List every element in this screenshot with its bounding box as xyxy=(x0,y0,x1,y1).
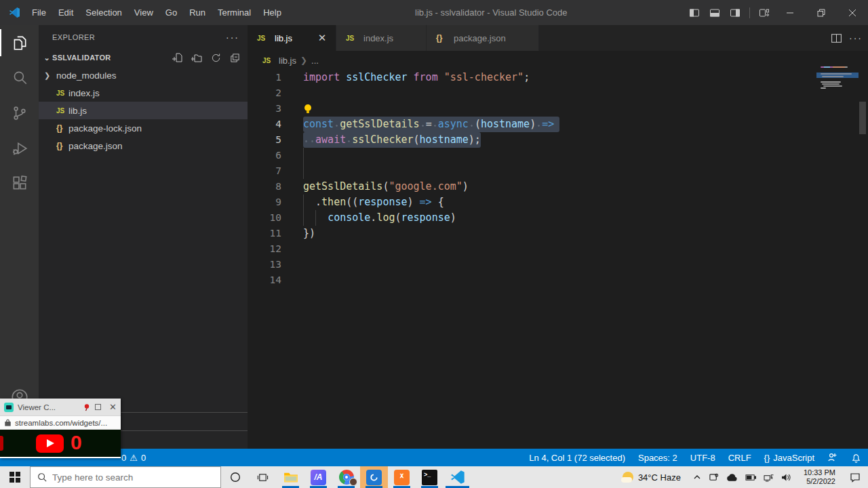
menu-terminal[interactable]: Terminal xyxy=(212,0,257,25)
code-line[interactable]: 8getSslDetails("google.com") xyxy=(248,179,821,195)
close-window-button[interactable] xyxy=(837,0,868,25)
chrome-button[interactable] xyxy=(332,466,360,488)
split-editor-icon[interactable] xyxy=(831,33,842,44)
cortana-button[interactable] xyxy=(221,466,249,488)
explorer-more-actions-icon[interactable]: ··· xyxy=(226,32,239,43)
task-view-button[interactable] xyxy=(249,466,277,488)
tab-index-js[interactable]: JS index.js xyxy=(336,25,427,51)
search-input[interactable] xyxy=(52,472,201,483)
taskbar-search[interactable] xyxy=(30,466,221,488)
project-section-header[interactable]: ⌄ SSLVALIDATOR xyxy=(39,49,248,66)
xampp-button[interactable]: ᕁ xyxy=(388,466,416,488)
code-line[interactable]: 12 xyxy=(248,241,821,257)
code-token xyxy=(536,118,542,130)
viewer-window-titlebar[interactable]: Viewer C... ✕ xyxy=(0,399,121,415)
new-folder-icon[interactable] xyxy=(189,50,204,65)
restore-button[interactable] xyxy=(806,0,837,25)
start-button[interactable] xyxy=(0,466,30,488)
problems-status[interactable]: 0 ⚠ 0 xyxy=(121,449,146,466)
run-debug-icon[interactable] xyxy=(0,131,39,166)
close-tab-icon[interactable]: ✕ xyxy=(315,31,329,45)
language-status[interactable]: {} JavaScript xyxy=(764,453,814,463)
tab-label: index.js xyxy=(363,33,393,43)
menu-help[interactable]: Help xyxy=(257,0,288,25)
lightbulb-icon[interactable] xyxy=(303,104,313,114)
customize-layout-icon[interactable] xyxy=(754,0,774,25)
indentation-status[interactable]: Spaces: 2 xyxy=(638,453,677,463)
file-lib-js[interactable]: JS lib.js xyxy=(39,102,248,119)
menu-selection[interactable]: Selection xyxy=(79,0,127,25)
collapse-folders-icon[interactable] xyxy=(227,50,242,65)
teams-tray-icon[interactable] xyxy=(709,472,719,483)
toggle-sidebar-icon[interactable] xyxy=(684,0,705,25)
feedback-icon[interactable] xyxy=(827,452,838,463)
code-token: = xyxy=(426,118,432,130)
refresh-icon[interactable] xyxy=(208,50,223,65)
minimap[interactable] xyxy=(821,66,856,121)
breadcrumb[interactable]: JS lib.js ❯ ... xyxy=(248,51,868,70)
file-node-modules[interactable]: ❯ node_modules xyxy=(39,66,248,84)
viewer-window-urlbar[interactable]: streamlabs.com/widgets/... xyxy=(0,415,121,430)
code-editor[interactable]: 1import sslChecker from "ssl-checker";23… xyxy=(248,70,821,449)
code-line[interactable]: 4const getSslDetails = async (hostname) … xyxy=(248,117,821,132)
tab-package-json[interactable]: {} package.json xyxy=(427,25,539,51)
code-line[interactable]: 13 xyxy=(248,257,821,272)
network-tray-icon[interactable] xyxy=(764,473,774,482)
menu-go[interactable]: Go xyxy=(159,0,183,25)
code-token xyxy=(334,118,340,130)
editor-scrollbar[interactable] xyxy=(859,102,866,134)
viewer-count-window[interactable]: Viewer C... ✕ streamlabs.com/widgets/...… xyxy=(0,399,121,458)
tray-expand-chevron-icon[interactable] xyxy=(693,473,701,481)
file-package-lock-json[interactable]: {} package-lock.json xyxy=(39,119,248,137)
streamlabs-button[interactable] xyxy=(360,466,388,488)
explorer-icon[interactable] xyxy=(0,25,39,60)
vscode-button[interactable] xyxy=(443,466,471,488)
menu-run[interactable]: Run xyxy=(183,0,212,25)
breadcrumb-symbol[interactable]: ... xyxy=(311,56,319,66)
volume-tray-icon[interactable] xyxy=(781,473,791,482)
pin-icon[interactable] xyxy=(83,403,91,411)
source-control-icon[interactable] xyxy=(0,96,39,131)
cursor-position-status[interactable]: Ln 4, Col 1 (72 selected) xyxy=(529,453,625,463)
breadcrumb-file[interactable]: lib.js xyxy=(279,56,296,66)
code-line[interactable]: 10 console.log(response) xyxy=(248,210,821,226)
editor-more-actions-icon[interactable]: ··· xyxy=(849,33,863,43)
code-line[interactable]: 11}) xyxy=(248,226,821,241)
terminal-button[interactable]: >_ xyxy=(416,466,443,488)
code-line[interactable]: 7 xyxy=(248,163,821,179)
minimize-button[interactable] xyxy=(774,0,806,25)
code-token: hostname xyxy=(420,134,469,146)
code-line[interactable]: 1import sslChecker from "ssl-checker"; xyxy=(248,70,821,85)
taskbar-weather[interactable]: 34°C Haze xyxy=(616,472,688,483)
close-icon[interactable]: ✕ xyxy=(109,402,117,412)
slash-a-app-button[interactable]: /A xyxy=(304,466,332,488)
url-text[interactable]: streamlabs.com/widgets/... xyxy=(15,419,107,427)
taskbar-clock[interactable]: 10:33 PM 5/2/2022 xyxy=(797,468,842,486)
code-line[interactable]: 5 await sslChecker(hostname); xyxy=(248,132,821,148)
maximize-icon[interactable] xyxy=(95,404,101,410)
file-explorer-button[interactable] xyxy=(277,466,304,488)
code-editor-lines: 1import sslChecker from "ssl-checker";23… xyxy=(248,70,821,288)
action-center-button[interactable] xyxy=(842,466,868,488)
toggle-secondary-sidebar-icon[interactable] xyxy=(725,0,745,25)
notifications-bell-icon[interactable] xyxy=(851,453,861,463)
menu-file[interactable]: File xyxy=(26,0,52,25)
search-icon[interactable] xyxy=(0,60,39,96)
code-line[interactable]: 9 .then((response) => { xyxy=(248,195,821,210)
extensions-icon[interactable] xyxy=(0,166,39,201)
code-line[interactable]: 6 xyxy=(248,148,821,163)
encoding-status[interactable]: UTF-8 xyxy=(690,453,715,463)
new-file-icon[interactable] xyxy=(170,50,185,65)
file-package-json[interactable]: {} package.json xyxy=(39,137,248,155)
onedrive-tray-icon[interactable] xyxy=(726,473,738,482)
code-line[interactable]: 14 xyxy=(248,272,821,288)
toggle-panel-icon[interactable] xyxy=(705,0,725,25)
menu-view[interactable]: View xyxy=(128,0,159,25)
file-index-js[interactable]: JS index.js xyxy=(39,84,248,102)
eol-status[interactable]: CRLF xyxy=(728,453,751,463)
code-line[interactable]: 2 xyxy=(248,85,821,101)
battery-tray-icon[interactable] xyxy=(745,474,756,481)
tab-lib-js[interactable]: JS lib.js ✕ xyxy=(248,25,336,51)
menu-edit[interactable]: Edit xyxy=(52,0,79,25)
code-line[interactable]: 3 xyxy=(248,101,821,117)
